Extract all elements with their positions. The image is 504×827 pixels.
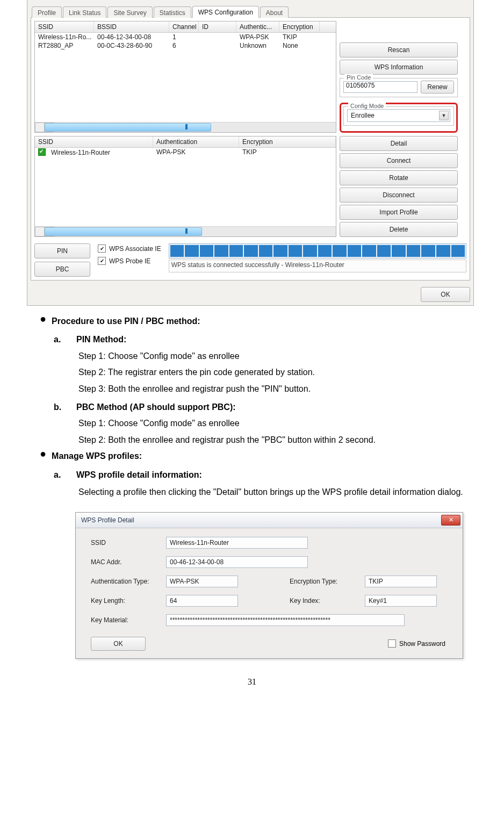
- dialog-title: WPS Profile Detail: [81, 516, 134, 524]
- wps-associate-checkbox[interactable]: ✔ WPS Associate IE: [98, 244, 161, 253]
- field-keylen: 64: [166, 595, 238, 607]
- label-keylen: Key Length:: [91, 597, 166, 605]
- status-area: PIN PBC ✔ WPS Associate IE ✔ WPS Probe I…: [34, 243, 466, 277]
- ap-list-header: SSID BSSID Channel ID Authentic... Encry…: [35, 21, 336, 33]
- sub-title: PIN Method:: [76, 332, 126, 348]
- col-channel[interactable]: Channel: [169, 21, 199, 32]
- step-text: Step 2: The registrar enters the pin cod…: [54, 364, 466, 380]
- col-ssid[interactable]: SSID: [35, 136, 153, 147]
- config-mode-dropdown[interactable]: Enrollee ▼: [347, 109, 450, 122]
- config-mode-value: Enrollee: [351, 112, 375, 119]
- page-number: 31: [21, 677, 483, 687]
- col-auth[interactable]: Authentic...: [236, 21, 279, 32]
- config-mode-legend: Config Mode: [348, 103, 386, 109]
- cell-enc: None: [279, 41, 320, 50]
- disconnect-button[interactable]: Disconnect: [340, 188, 458, 203]
- status-text: WPS status is connected successfully - W…: [169, 260, 466, 272]
- cell-ch: 6: [169, 41, 199, 50]
- tab-wps-configuration[interactable]: WPS Configuration: [192, 6, 259, 18]
- tabs-row: Profile Link Status Site Survey Statisti…: [27, 0, 473, 17]
- field-mac: 00-46-12-34-00-08: [166, 556, 308, 568]
- col-id[interactable]: ID: [199, 21, 236, 32]
- h-scrollbar[interactable]: [35, 226, 336, 236]
- chevron-down-icon: ▼: [439, 111, 449, 120]
- sub-label: b.: [54, 399, 67, 415]
- window-body: SSID BSSID Channel ID Authentic... Encry…: [31, 17, 470, 281]
- checkbox-label: WPS Probe IE: [109, 257, 150, 265]
- col-enc[interactable]: Encryption: [279, 21, 320, 32]
- sub-title: PBC Method (AP should support PBC):: [76, 399, 236, 415]
- tab-profile[interactable]: Profile: [32, 6, 62, 18]
- import-profile-button[interactable]: Import Profile: [340, 205, 458, 220]
- rescan-button[interactable]: Rescan: [340, 42, 458, 57]
- detail-ok-button[interactable]: OK: [91, 637, 146, 651]
- checkbox-label: WPS Associate IE: [109, 245, 161, 253]
- ok-button[interactable]: OK: [421, 287, 470, 302]
- cell-ssid: Wireless-11n-Ro...: [35, 33, 94, 41]
- tab-site-survey[interactable]: Site Survey: [107, 6, 152, 18]
- cell-enc: TKIP: [279, 33, 320, 41]
- renew-button[interactable]: Renew: [421, 81, 454, 94]
- step-text: Step 1: Choose "Config mode" as enrollee: [54, 415, 466, 432]
- profile-side-buttons: Detail Connect Rotate Disconnect Import …: [340, 136, 458, 237]
- bullet-icon: ●: [40, 448, 46, 464]
- show-password-checkbox[interactable]: Show Password: [388, 639, 445, 648]
- label-keymat: Key Material:: [91, 616, 166, 624]
- wps-information-button[interactable]: WPS Information: [340, 60, 458, 75]
- col-enc[interactable]: Encryption: [239, 136, 336, 147]
- col-bssid[interactable]: BSSID: [94, 21, 169, 32]
- close-button[interactable]: ✕: [441, 515, 460, 526]
- cell-auth: WPA-PSK: [153, 148, 239, 157]
- cell-ch: 1: [169, 33, 199, 41]
- connect-button[interactable]: Connect: [340, 153, 458, 168]
- sub-label: a.: [54, 332, 67, 348]
- close-icon: ✕: [449, 516, 453, 523]
- delete-button[interactable]: Delete: [340, 222, 458, 237]
- section-heading: ●Manage WPS profiles:: [40, 448, 466, 464]
- tab-about[interactable]: About: [260, 6, 289, 18]
- sub-title: WPS profile detail information:: [76, 467, 202, 483]
- config-mode-fieldset: Config Mode Enrollee ▼: [343, 106, 454, 126]
- step-text: Step 2: Both the enrollee and registrar …: [54, 432, 466, 448]
- cell-id: [199, 33, 236, 41]
- wps-probe-checkbox[interactable]: ✔ WPS Probe IE: [98, 257, 161, 265]
- cell-auth: WPA-PSK: [236, 33, 279, 41]
- side-column: Rescan WPS Information Pin Code 01056075…: [340, 21, 458, 133]
- field-ssid: Wireless-11n-Router: [166, 537, 308, 549]
- body-text: Selecting a profile then clicking the "D…: [54, 483, 466, 501]
- bullet-icon: ●: [40, 313, 46, 329]
- document-text: ●Procedure to use PIN / PBC method: a.PI…: [54, 313, 466, 501]
- pin-button[interactable]: PIN: [34, 243, 90, 258]
- cell-bssid: 00-0C-43-28-60-90: [94, 41, 169, 50]
- progress-bar: [169, 243, 466, 258]
- field-keymat: ****************************************…: [166, 614, 405, 626]
- profile-listbox[interactable]: SSID Authentication Encryption Wireless-…: [34, 136, 336, 237]
- ap-row[interactable]: Wireless-11n-Ro... 00-46-12-34-00-08 1 W…: [35, 33, 336, 41]
- ap-listbox[interactable]: SSID BSSID Channel ID Authentic... Encry…: [34, 21, 336, 133]
- field-enctype: TKIP: [365, 576, 437, 587]
- cell-ssid: Wireless-11n-Router: [35, 148, 153, 157]
- detail-button[interactable]: Detail: [340, 136, 458, 151]
- cell-id: [199, 41, 236, 50]
- pbc-button[interactable]: PBC: [34, 262, 90, 277]
- checkbox-label: Show Password: [399, 640, 445, 648]
- tab-link-status[interactable]: Link Status: [63, 6, 106, 18]
- field-keyidx: Key#1: [365, 595, 437, 607]
- col-auth[interactable]: Authentication: [153, 136, 239, 147]
- checkbox-icon: ✔: [98, 244, 106, 253]
- profile-row[interactable]: Wireless-11n-Router WPA-PSK TKIP: [35, 148, 336, 157]
- wps-profile-detail-dialog: WPS Profile Detail ✕ SSID Wireless-11n-R…: [75, 512, 463, 659]
- h-scrollbar[interactable]: [35, 122, 336, 132]
- label-keyidx: Key Index:: [290, 597, 365, 605]
- config-mode-highlight: Config Mode Enrollee ▼: [340, 103, 458, 133]
- step-text: Step 1: Choose "Config mode" as enrollee: [54, 348, 466, 364]
- label-mac: MAC Addr.: [91, 558, 166, 566]
- col-ssid[interactable]: SSID: [35, 21, 94, 32]
- pin-code-fieldset: Pin Code 01056075 Renew: [340, 78, 458, 97]
- ap-row[interactable]: RT2880_AP 00-0C-43-28-60-90 6 Unknown No…: [35, 41, 336, 50]
- field-authtype: WPA-PSK: [166, 576, 238, 587]
- rotate-button[interactable]: Rotate: [340, 170, 458, 185]
- sub-label: a.: [54, 467, 67, 483]
- tab-statistics[interactable]: Statistics: [154, 6, 191, 18]
- pin-code-input[interactable]: 01056075: [343, 81, 417, 93]
